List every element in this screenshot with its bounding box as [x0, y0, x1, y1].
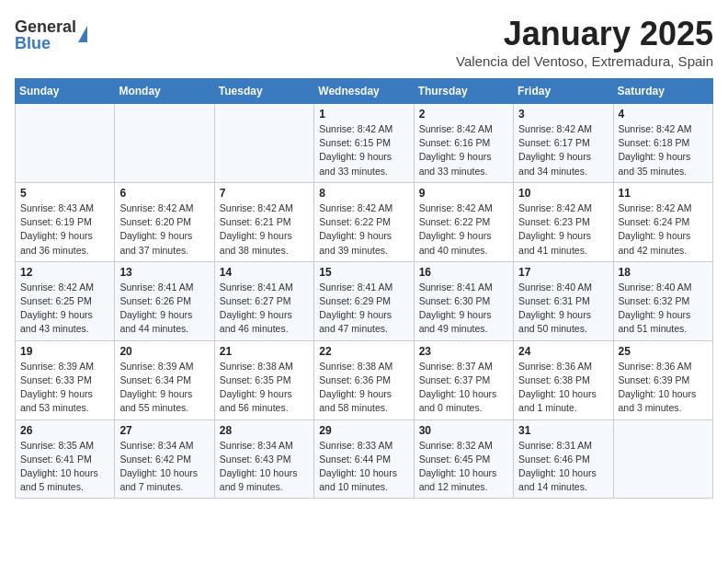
day-number: 1 — [319, 108, 408, 121]
day-number: 27 — [119, 424, 209, 437]
day-number: 16 — [419, 266, 508, 279]
day-number: 4 — [619, 108, 708, 121]
logo-general-text: General — [15, 18, 76, 35]
day-info-text: Sunrise: 8:38 AM Sunset: 6:36 PM Dayligh… — [319, 360, 408, 416]
day-number: 30 — [419, 424, 508, 437]
day-number: 3 — [518, 108, 608, 121]
calendar-cell — [214, 104, 313, 183]
calendar-cell: 5Sunrise: 8:43 AM Sunset: 6:19 PM Daylig… — [16, 182, 115, 261]
day-number: 2 — [419, 108, 508, 121]
day-info-text: Sunrise: 8:42 AM Sunset: 6:25 PM Dayligh… — [20, 281, 109, 337]
day-info-text: Sunrise: 8:41 AM Sunset: 6:27 PM Dayligh… — [220, 281, 309, 337]
location-subtitle: Valencia del Ventoso, Extremadura, Spain — [456, 53, 713, 69]
weekday-header-sunday: Sunday — [16, 79, 115, 104]
calendar-cell: 13Sunrise: 8:41 AM Sunset: 6:26 PM Dayli… — [115, 261, 214, 340]
calendar-cell: 6Sunrise: 8:42 AM Sunset: 6:20 PM Daylig… — [115, 182, 214, 261]
calendar-cell: 19Sunrise: 8:39 AM Sunset: 6:33 PM Dayli… — [16, 340, 115, 419]
day-number: 17 — [518, 266, 608, 279]
calendar-table: SundayMondayTuesdayWednesdayThursdayFrid… — [15, 78, 713, 499]
calendar-cell: 3Sunrise: 8:42 AM Sunset: 6:17 PM Daylig… — [514, 104, 613, 183]
day-info-text: Sunrise: 8:39 AM Sunset: 6:33 PM Dayligh… — [20, 360, 109, 416]
calendar-cell: 16Sunrise: 8:41 AM Sunset: 6:30 PM Dayli… — [414, 261, 513, 340]
month-title: January 2025 — [456, 15, 713, 53]
day-number: 26 — [20, 424, 109, 437]
weekday-header-row: SundayMondayTuesdayWednesdayThursdayFrid… — [16, 79, 713, 104]
day-info-text: Sunrise: 8:36 AM Sunset: 6:39 PM Dayligh… — [619, 360, 708, 416]
calendar-cell: 25Sunrise: 8:36 AM Sunset: 6:39 PM Dayli… — [613, 340, 712, 419]
calendar-cell: 12Sunrise: 8:42 AM Sunset: 6:25 PM Dayli… — [16, 261, 115, 340]
logo-triangle-icon — [78, 26, 87, 42]
calendar-cell: 7Sunrise: 8:42 AM Sunset: 6:21 PM Daylig… — [214, 182, 313, 261]
page-header: General Blue January 2025 Valencia del V… — [15, 15, 713, 69]
calendar-cell — [16, 104, 115, 183]
calendar-cell: 24Sunrise: 8:36 AM Sunset: 6:38 PM Dayli… — [514, 340, 613, 419]
day-info-text: Sunrise: 8:42 AM Sunset: 6:20 PM Dayligh… — [119, 201, 209, 258]
weekday-header-wednesday: Wednesday — [314, 79, 414, 104]
day-number: 23 — [419, 345, 508, 358]
day-info-text: Sunrise: 8:41 AM Sunset: 6:26 PM Dayligh… — [119, 281, 209, 337]
day-info-text: Sunrise: 8:40 AM Sunset: 6:31 PM Dayligh… — [518, 281, 608, 337]
calendar-cell: 2Sunrise: 8:42 AM Sunset: 6:16 PM Daylig… — [414, 104, 513, 183]
day-info-text: Sunrise: 8:39 AM Sunset: 6:34 PM Dayligh… — [119, 360, 209, 416]
calendar-cell: 30Sunrise: 8:32 AM Sunset: 6:45 PM Dayli… — [414, 419, 513, 499]
calendar-header: SundayMondayTuesdayWednesdayThursdayFrid… — [16, 79, 713, 104]
calendar-week-row: 26Sunrise: 8:35 AM Sunset: 6:41 PM Dayli… — [16, 419, 713, 499]
day-info-text: Sunrise: 8:34 AM Sunset: 6:43 PM Dayligh… — [220, 439, 309, 495]
day-number: 15 — [319, 266, 408, 279]
day-number: 31 — [518, 424, 608, 437]
calendar-week-row: 5Sunrise: 8:43 AM Sunset: 6:19 PM Daylig… — [16, 182, 713, 261]
calendar-cell: 8Sunrise: 8:42 AM Sunset: 6:22 PM Daylig… — [314, 182, 414, 261]
day-number: 28 — [220, 424, 309, 437]
day-number: 5 — [20, 187, 109, 200]
day-number: 6 — [119, 187, 209, 200]
day-info-text: Sunrise: 8:34 AM Sunset: 6:42 PM Dayligh… — [119, 439, 209, 495]
day-number: 29 — [319, 424, 408, 437]
calendar-body: 1Sunrise: 8:42 AM Sunset: 6:15 PM Daylig… — [16, 104, 713, 499]
weekday-header-friday: Friday — [514, 79, 613, 104]
day-info-text: Sunrise: 8:41 AM Sunset: 6:30 PM Dayligh… — [419, 281, 508, 337]
day-info-text: Sunrise: 8:32 AM Sunset: 6:45 PM Dayligh… — [419, 439, 508, 495]
calendar-cell: 23Sunrise: 8:37 AM Sunset: 6:37 PM Dayli… — [414, 340, 513, 419]
calendar-cell: 1Sunrise: 8:42 AM Sunset: 6:15 PM Daylig… — [314, 104, 414, 183]
day-info-text: Sunrise: 8:42 AM Sunset: 6:24 PM Dayligh… — [619, 201, 708, 258]
calendar-cell: 4Sunrise: 8:42 AM Sunset: 6:18 PM Daylig… — [613, 104, 712, 183]
day-number: 12 — [20, 266, 109, 279]
calendar-week-row: 12Sunrise: 8:42 AM Sunset: 6:25 PM Dayli… — [16, 261, 713, 340]
weekday-header-thursday: Thursday — [414, 79, 513, 104]
calendar-cell: 27Sunrise: 8:34 AM Sunset: 6:42 PM Dayli… — [115, 419, 214, 499]
calendar-cell: 10Sunrise: 8:42 AM Sunset: 6:23 PM Dayli… — [514, 182, 613, 261]
day-info-text: Sunrise: 8:42 AM Sunset: 6:23 PM Dayligh… — [518, 201, 608, 258]
calendar-cell: 26Sunrise: 8:35 AM Sunset: 6:41 PM Dayli… — [16, 419, 115, 499]
day-info-text: Sunrise: 8:42 AM Sunset: 6:22 PM Dayligh… — [319, 201, 408, 258]
calendar-cell: 17Sunrise: 8:40 AM Sunset: 6:31 PM Dayli… — [514, 261, 613, 340]
logo: General Blue — [15, 18, 87, 52]
day-number: 25 — [619, 345, 708, 358]
calendar-cell: 28Sunrise: 8:34 AM Sunset: 6:43 PM Dayli… — [214, 419, 313, 499]
title-block: January 2025 Valencia del Ventoso, Extre… — [456, 15, 713, 69]
day-number: 7 — [220, 187, 309, 200]
day-info-text: Sunrise: 8:42 AM Sunset: 6:21 PM Dayligh… — [220, 201, 309, 258]
day-info-text: Sunrise: 8:42 AM Sunset: 6:15 PM Dayligh… — [319, 122, 408, 178]
calendar-week-row: 1Sunrise: 8:42 AM Sunset: 6:15 PM Daylig… — [16, 104, 713, 183]
calendar-cell: 14Sunrise: 8:41 AM Sunset: 6:27 PM Dayli… — [214, 261, 313, 340]
day-info-text: Sunrise: 8:38 AM Sunset: 6:35 PM Dayligh… — [220, 360, 309, 416]
calendar-cell: 21Sunrise: 8:38 AM Sunset: 6:35 PM Dayli… — [214, 340, 313, 419]
day-number: 13 — [119, 266, 209, 279]
calendar-cell: 22Sunrise: 8:38 AM Sunset: 6:36 PM Dayli… — [314, 340, 414, 419]
logo-blue-text: Blue — [15, 35, 76, 52]
day-number: 9 — [419, 187, 508, 200]
day-info-text: Sunrise: 8:42 AM Sunset: 6:17 PM Dayligh… — [518, 122, 608, 178]
day-number: 24 — [518, 345, 608, 358]
day-info-text: Sunrise: 8:42 AM Sunset: 6:18 PM Dayligh… — [619, 122, 708, 178]
day-number: 11 — [619, 187, 708, 200]
calendar-cell — [115, 104, 214, 183]
day-number: 18 — [619, 266, 708, 279]
calendar-cell: 15Sunrise: 8:41 AM Sunset: 6:29 PM Dayli… — [314, 261, 414, 340]
day-info-text: Sunrise: 8:41 AM Sunset: 6:29 PM Dayligh… — [319, 281, 408, 337]
weekday-header-monday: Monday — [115, 79, 214, 104]
day-info-text: Sunrise: 8:42 AM Sunset: 6:16 PM Dayligh… — [419, 122, 508, 178]
day-number: 14 — [220, 266, 309, 279]
calendar-cell: 29Sunrise: 8:33 AM Sunset: 6:44 PM Dayli… — [314, 419, 414, 499]
day-info-text: Sunrise: 8:36 AM Sunset: 6:38 PM Dayligh… — [518, 360, 608, 416]
day-number: 22 — [319, 345, 408, 358]
